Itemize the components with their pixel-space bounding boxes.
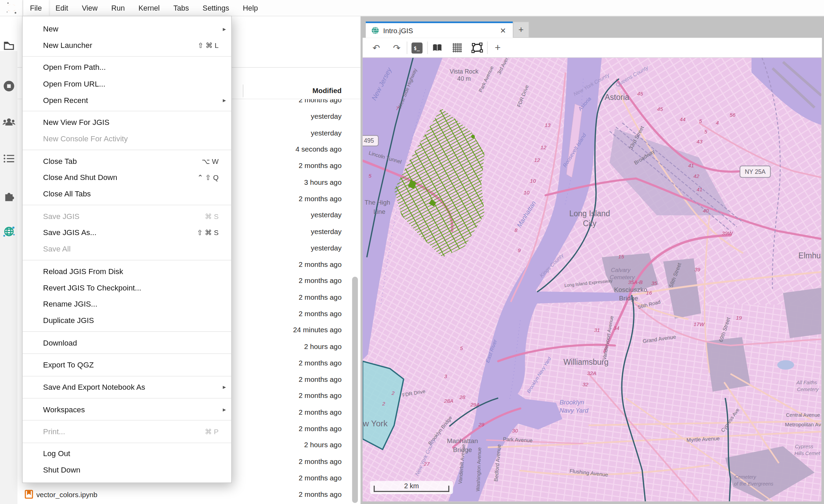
route-shield: 13	[545, 122, 551, 128]
menu-item-close-all-tabs[interactable]: Close All Tabs	[23, 186, 231, 202]
menubar-item-kernel[interactable]: Kernel	[132, 0, 166, 16]
menu-item-revert-jgis-to-checkpoint[interactable]: Revert JGIS To Checkpoint...	[23, 280, 231, 296]
route-shield: 44	[680, 116, 686, 122]
map-label: Elmhur	[798, 251, 821, 260]
identify-book-icon[interactable]	[431, 38, 444, 57]
menu-divider	[23, 331, 231, 332]
route-shield: 30	[512, 428, 518, 434]
select-polygon-icon[interactable]	[470, 38, 484, 57]
map-label: Astoria	[605, 93, 629, 102]
route-shield: 17W	[694, 321, 705, 327]
route-shield: 39W	[722, 230, 733, 236]
scale-bar: 2 km	[370, 481, 453, 494]
map-canvas[interactable]: 495NY 25A 751312121010894545445456543414…	[363, 58, 822, 502]
modified-time: 2 months ago	[299, 392, 342, 400]
redo-icon[interactable]: ↷	[389, 38, 404, 57]
modified-time: 2 months ago	[299, 359, 342, 367]
menu-item-rename-jgis[interactable]: Rename JGIS...	[23, 296, 231, 312]
menu-divider	[23, 420, 231, 421]
route-shield: 5	[704, 129, 708, 134]
menu-item-open-from-url[interactable]: Open From URL...	[23, 76, 231, 92]
table-of-contents-icon[interactable]	[0, 150, 17, 167]
menu-item-new-launcher[interactable]: New Launcher⇧ ⌘ L	[23, 37, 231, 53]
menubar-item-view[interactable]: View	[75, 0, 104, 16]
menu-item-open-recent[interactable]: Open Recent▸	[23, 92, 231, 108]
menu-item-new-view-for-jgis[interactable]: New View For JGIS	[23, 114, 231, 131]
menubar-item-tabs[interactable]: Tabs	[166, 0, 196, 16]
jupyter-logo[interactable]	[0, 0, 23, 16]
file-browser-icon[interactable]	[0, 37, 17, 54]
menu-item-download[interactable]: Download	[23, 335, 231, 351]
map-label: Long Island	[569, 209, 610, 218]
route-shield: 45	[637, 91, 643, 96]
menubar-item-settings[interactable]: Settings	[196, 0, 236, 16]
menu-item-close-tab[interactable]: Close Tab⌥ W	[23, 153, 231, 169]
menu-item-save-all[interactable]: Save All	[23, 241, 231, 257]
map-label: Cypress	[795, 444, 813, 449]
map-label: All Faiths	[796, 380, 817, 385]
running-kernels-icon[interactable]	[0, 77, 17, 95]
file-name: vector_colors.ipynb	[36, 491, 97, 499]
menu-item-duplicate-jgis[interactable]: Duplicate JGIS	[23, 312, 231, 329]
menu-item-reload-jgis-from-disk[interactable]: Reload JGIS From Disk	[23, 263, 231, 280]
map-label: Line	[374, 208, 386, 215]
menu-item-new[interactable]: New▸	[23, 21, 231, 37]
menu-item-open-from-path[interactable]: Open From Path...	[23, 59, 231, 76]
map-label: Cemetery	[734, 474, 757, 480]
menubar-item-file[interactable]: File	[23, 0, 49, 16]
menu-bar: FileEditViewRunKernelTabsSettingsHelp	[0, 0, 824, 16]
route-shield: 8	[515, 227, 518, 233]
menu-item-workspaces[interactable]: Workspaces▸	[23, 401, 231, 417]
map-view[interactable]: 495NY 25A 751312121010894545445456543414…	[363, 58, 822, 502]
route-shield: 2	[382, 401, 385, 406]
route-shield: 29A	[470, 402, 480, 408]
route-shield: 2	[391, 390, 395, 396]
map-label: Kosciuszko	[614, 286, 647, 293]
console-icon[interactable]: $_	[411, 38, 423, 57]
route-shield: 34	[613, 325, 619, 331]
map-label: Bridge	[619, 295, 638, 302]
route-shield: 29	[478, 422, 485, 427]
map-label: The High	[364, 199, 390, 206]
route-shield: 5	[460, 346, 463, 351]
menu-item-close-and-shut-down[interactable]: Close And Shut Down⌃ ⇧ Q	[23, 169, 231, 186]
route-badge-label: 495	[364, 137, 374, 144]
modified-time: 2 months ago	[299, 458, 342, 466]
menu-item-print[interactable]: Print...⌘ P	[23, 423, 231, 440]
jgis-globe-icon[interactable]	[0, 223, 17, 240]
tab-intro-jgis[interactable]: Intro.jGIS ✕	[366, 22, 513, 38]
menu-item-shut-down[interactable]: Shut Down	[23, 462, 231, 478]
modified-time: 2 months ago	[299, 162, 342, 170]
modified-time: yesterday	[311, 129, 342, 137]
menu-item-save-and-export-notebook-as[interactable]: Save And Export Notebook As▸	[23, 379, 231, 395]
route-shield: 19	[736, 315, 742, 321]
tab-close-icon[interactable]: ✕	[500, 26, 506, 35]
route-shield: 41	[688, 163, 694, 169]
route-shield: 5	[369, 173, 372, 179]
file-row-vector-colors[interactable]: vector_colors.ipynb	[17, 487, 361, 503]
undo-icon[interactable]: ↶	[369, 38, 384, 57]
route-shield: 56	[730, 112, 736, 118]
menubar-item-run[interactable]: Run	[104, 0, 132, 16]
route-shield: 32	[583, 382, 589, 387]
menu-item-log-out[interactable]: Log Out	[23, 445, 231, 462]
menu-item-save-jgis[interactable]: Save JGIS⌘ S	[23, 208, 231, 224]
modified-time: 2 months ago	[299, 260, 342, 268]
column-divider[interactable]	[243, 85, 244, 97]
menu-item-export-to-qgz[interactable]: Export To QGZ	[23, 357, 231, 373]
extensions-icon[interactable]	[0, 187, 17, 204]
modified-column-header[interactable]: Modified	[312, 87, 341, 94]
menu-item-save-jgis-as[interactable]: Save JGIS As...⇧ ⌘ S	[23, 224, 231, 241]
map-toolbar: ↶ ↷ $_ +	[363, 38, 822, 57]
menubar-item-edit[interactable]: Edit	[49, 0, 75, 16]
menubar-item-help[interactable]: Help	[236, 0, 265, 16]
file-list-scrollbar[interactable]	[352, 277, 358, 503]
temporal-grid-icon[interactable]	[451, 38, 464, 57]
new-tab-button[interactable]: +	[513, 22, 529, 38]
toolbar-separator	[407, 41, 408, 54]
jgis-tab-globe-icon	[371, 26, 379, 35]
add-layer-icon[interactable]: +	[491, 38, 504, 57]
menu-item-new-console-for-activity[interactable]: New Console For Activity	[23, 131, 231, 147]
menu-divider	[23, 150, 231, 150]
collaboration-icon[interactable]	[0, 113, 17, 131]
